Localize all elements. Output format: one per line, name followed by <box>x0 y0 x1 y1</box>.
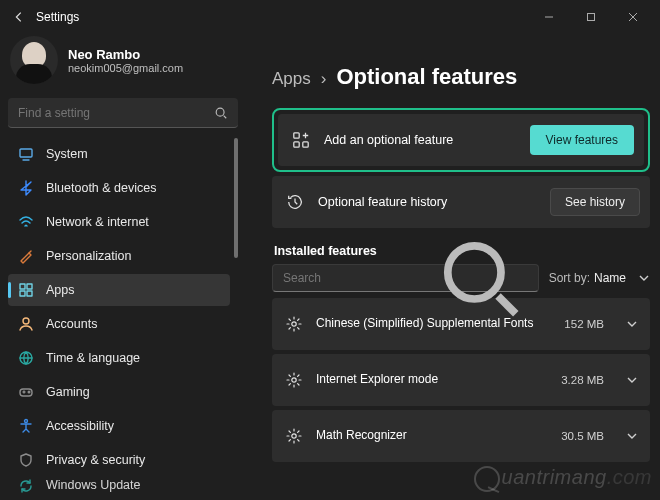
sidebar-item-time-language[interactable]: Time & language <box>8 342 230 374</box>
apps-icon <box>18 282 34 298</box>
svg-rect-6 <box>27 291 32 296</box>
titlebar: Settings <box>0 0 660 34</box>
sort-dropdown[interactable]: Sort by: Name <box>549 271 650 285</box>
sidebar-item-label: Privacy & security <box>46 453 145 467</box>
avatar <box>10 36 58 84</box>
user-icon <box>18 316 34 332</box>
feature-size: 152 MB <box>552 318 604 330</box>
installed-toolbar: Sort by: Name <box>272 264 650 292</box>
feature-name: Chinese (Simplified) Supplemental Fonts <box>316 316 538 332</box>
sidebar-item-gaming[interactable]: Gaming <box>8 376 230 408</box>
svg-point-11 <box>25 420 28 423</box>
shield-icon <box>18 452 34 468</box>
svg-point-17 <box>292 378 296 382</box>
feature-list: Chinese (Simplified) Supplemental Fonts1… <box>272 298 650 462</box>
feature-row[interactable]: Internet Explorer mode3.28 MB <box>272 354 650 406</box>
sidebar-item-label: System <box>46 147 88 161</box>
view-features-button[interactable]: View features <box>530 125 635 155</box>
profile-block[interactable]: Neo Rambo neokim005@gmail.com <box>8 34 238 96</box>
sidebar-scrollbar[interactable] <box>234 138 238 500</box>
feature-name: Internet Explorer mode <box>316 372 538 388</box>
svg-rect-4 <box>27 284 32 289</box>
breadcrumb-parent[interactable]: Apps <box>272 69 311 89</box>
nav: SystemBluetooth & devicesNetwork & inter… <box>8 138 238 500</box>
sidebar-item-label: Bluetooth & devices <box>46 181 157 195</box>
history-icon <box>286 193 304 211</box>
svg-rect-14 <box>303 142 308 147</box>
profile-name: Neo Rambo <box>68 47 183 62</box>
add-grid-icon <box>292 131 310 149</box>
sidebar-item-label: Personalization <box>46 249 131 263</box>
find-setting-search[interactable] <box>8 98 238 128</box>
update-icon <box>18 478 34 494</box>
watermark: uantrimang.com <box>474 466 652 492</box>
history-card[interactable]: Optional feature history See history <box>272 176 650 228</box>
add-feature-label: Add an optional feature <box>324 133 516 147</box>
svg-rect-13 <box>294 142 299 147</box>
search-icon <box>214 106 228 120</box>
page-title: Optional features <box>336 64 517 90</box>
feature-size: 3.28 MB <box>552 374 604 386</box>
sidebar-item-accounts[interactable]: Accounts <box>8 308 230 340</box>
svg-point-7 <box>23 318 29 324</box>
chevron-down-icon <box>626 318 638 330</box>
globe-icon <box>18 350 34 366</box>
sidebar-item-personalization[interactable]: Personalization <box>8 240 230 272</box>
main-panel: Apps › Optional features Add an optional… <box>246 34 660 500</box>
search-input[interactable] <box>18 106 214 120</box>
search-icon <box>433 231 528 326</box>
svg-point-1 <box>216 108 224 116</box>
installed-search[interactable] <box>272 264 539 292</box>
gaming-icon <box>18 384 34 400</box>
breadcrumb-sep: › <box>321 69 327 89</box>
add-feature-card[interactable]: Add an optional feature View features <box>278 114 644 166</box>
svg-point-18 <box>292 434 296 438</box>
sidebar-item-label: Accessibility <box>46 419 114 433</box>
wifi-icon <box>18 214 34 230</box>
system-icon <box>18 146 34 162</box>
chevron-down-icon <box>626 374 638 386</box>
sidebar-item-label: Network & internet <box>46 215 149 229</box>
maximize-button[interactable] <box>570 3 612 31</box>
sort-value: Name <box>594 271 626 285</box>
svg-rect-2 <box>20 149 32 157</box>
history-label: Optional feature history <box>318 195 536 209</box>
close-button[interactable] <box>612 3 654 31</box>
svg-point-10 <box>28 391 30 393</box>
breadcrumb: Apps › Optional features <box>272 34 650 108</box>
sidebar-item-label: Accounts <box>46 317 97 331</box>
sidebar-item-bluetooth-devices[interactable]: Bluetooth & devices <box>8 172 230 204</box>
minimize-button[interactable] <box>528 3 570 31</box>
gear-icon <box>286 372 302 388</box>
feature-row[interactable]: Math Recognizer30.5 MB <box>272 410 650 462</box>
feature-size: 30.5 MB <box>552 430 604 442</box>
window-controls <box>528 3 654 31</box>
svg-rect-12 <box>294 133 299 138</box>
svg-rect-0 <box>588 14 595 21</box>
gear-icon <box>286 428 302 444</box>
sidebar-item-privacy-security[interactable]: Privacy & security <box>8 444 230 476</box>
sidebar-item-system[interactable]: System <box>8 138 230 170</box>
sidebar-item-label: Windows Update <box>46 478 141 492</box>
svg-rect-5 <box>20 291 25 296</box>
svg-rect-3 <box>20 284 25 289</box>
see-history-button[interactable]: See history <box>550 188 640 216</box>
brush-icon <box>18 248 34 264</box>
sidebar-item-network-internet[interactable]: Network & internet <box>8 206 230 238</box>
gear-icon <box>286 316 302 332</box>
chevron-down-icon <box>638 272 650 284</box>
feature-name: Math Recognizer <box>316 428 538 444</box>
sidebar-item-windows-update[interactable]: Windows Update <box>8 478 230 494</box>
svg-point-16 <box>292 322 296 326</box>
window-title: Settings <box>36 10 79 24</box>
installed-search-input[interactable] <box>283 271 433 285</box>
sidebar-item-accessibility[interactable]: Accessibility <box>8 410 230 442</box>
highlight-ring: Add an optional feature View features <box>272 108 650 172</box>
sidebar-item-label: Gaming <box>46 385 90 399</box>
sort-prefix: Sort by: <box>549 271 590 285</box>
sidebar-item-label: Time & language <box>46 351 140 365</box>
sidebar: Neo Rambo neokim005@gmail.com SystemBlue… <box>0 34 246 500</box>
sidebar-item-apps[interactable]: Apps <box>8 274 230 306</box>
back-button[interactable] <box>6 4 32 30</box>
profile-email: neokim005@gmail.com <box>68 62 183 74</box>
